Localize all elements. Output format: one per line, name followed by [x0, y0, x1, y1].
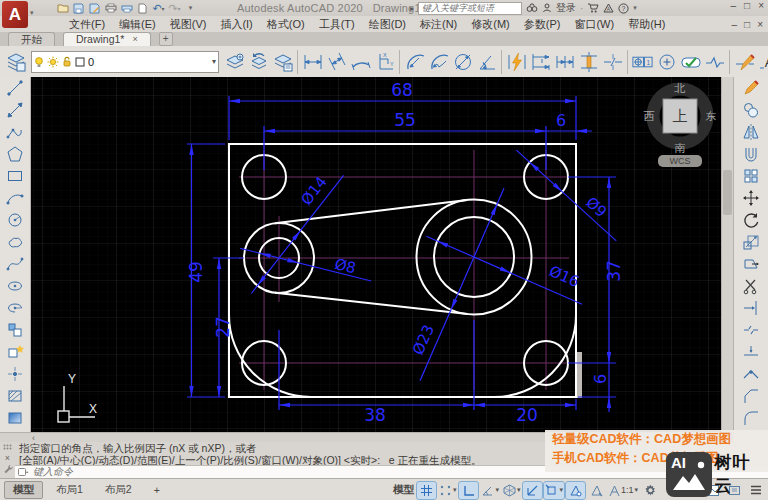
autodesk-apps-icon[interactable]: A	[603, 3, 614, 13]
dim-jogged-linear-button[interactable]	[703, 49, 726, 75]
command-wrench-icon[interactable]	[3, 464, 13, 474]
draw-hatch-button[interactable]	[3, 385, 27, 407]
menu-parametric[interactable]: 参数(P)	[517, 16, 568, 32]
menu-tools[interactable]: 工具(T)	[312, 16, 362, 32]
draw-point-button[interactable]	[3, 363, 27, 385]
viewcube-south-label[interactable]: 南	[674, 142, 685, 154]
draw-spline-button[interactable]	[3, 253, 27, 275]
model-space-toggle[interactable]: 模型	[392, 482, 415, 499]
doc-restore-button[interactable]: □	[744, 19, 750, 30]
menu-file[interactable]: 文件(F)	[62, 16, 112, 32]
menu-insert[interactable]: 插入(I)	[213, 16, 259, 32]
snap-toggle[interactable]: ▾	[438, 482, 458, 499]
command-grip-icon[interactable]	[3, 444, 12, 453]
modify-erase-button[interactable]	[739, 77, 763, 99]
menu-edit[interactable]: 编辑(E)	[112, 16, 163, 32]
modify-trim-button[interactable]	[739, 275, 763, 297]
command-close-icon[interactable]: ×	[5, 454, 10, 463]
menu-modify[interactable]: 修改(M)	[464, 16, 517, 32]
dim-linear-button[interactable]	[301, 49, 324, 75]
search-binoculars-icon[interactable]	[526, 3, 538, 13]
dim-ordinate-button[interactable]: XY	[373, 49, 396, 75]
modify-mirror-button[interactable]	[739, 121, 763, 143]
help-icon[interactable]: ?	[618, 3, 629, 14]
app-store-cart-icon[interactable]	[587, 3, 599, 13]
menu-draw[interactable]: 绘图(D)	[362, 16, 413, 32]
dim-radius-button[interactable]	[403, 49, 426, 75]
object-snap-toggle[interactable]: ▾	[544, 482, 564, 499]
command-prompt-icon[interactable]	[18, 468, 29, 476]
help-dropdown-icon[interactable]: ▾	[633, 4, 637, 12]
vertical-scrollbar[interactable]	[721, 77, 733, 432]
dim-space-button[interactable]	[577, 49, 600, 75]
draw-insert-block-button[interactable]	[3, 319, 27, 341]
dim-diameter-button[interactable]	[451, 49, 474, 75]
menu-view[interactable]: 视图(V)	[163, 16, 214, 32]
scale-dropdown-icon[interactable]: ▾	[634, 486, 638, 494]
minimize-button[interactable]: –	[731, 0, 737, 11]
new-tab-button[interactable]: +	[159, 32, 173, 46]
layout-tab-layout1[interactable]: 布局1	[47, 481, 92, 499]
make-object-layer-current-button[interactable]	[223, 49, 246, 75]
layer-states-button[interactable]	[271, 49, 294, 75]
modify-break-button[interactable]	[739, 319, 763, 341]
osnap-dropdown-icon[interactable]: ▾	[559, 486, 563, 494]
tab-drawing1[interactable]: Drawing1* ×	[63, 32, 151, 46]
drawing-canvas-svg[interactable]: 68 55 6 49 27 37 6 38 20 Ø14 Ø8 Ø23 Ø16 …	[31, 77, 723, 432]
draw-construction-line-button[interactable]	[3, 99, 27, 121]
dim-text-edit-button[interactable]: A	[757, 49, 768, 75]
workspace-switching-button[interactable]	[641, 482, 660, 499]
sign-in-link[interactable]: 登录	[556, 1, 576, 15]
print-preview-button[interactable]	[120, 2, 133, 14]
viewcube[interactable]: 上 北 南 西 东 WCS	[643, 82, 716, 167]
grid-toggle[interactable]	[417, 482, 436, 499]
menu-help[interactable]: 帮助(H)	[621, 16, 672, 32]
annotation-visibility-toggle[interactable]	[566, 482, 585, 499]
annotation-autoscale-toggle[interactable]	[587, 482, 606, 499]
modify-join-button[interactable]	[739, 363, 763, 385]
maximize-button[interactable]: □	[744, 0, 750, 11]
draw-gradient-button[interactable]	[3, 407, 27, 429]
draw-arc-button[interactable]	[3, 187, 27, 209]
menu-format[interactable]: 格式(O)	[260, 16, 312, 32]
autocad-logo-icon[interactable]: A	[2, 1, 28, 28]
dim-continue-button[interactable]	[553, 49, 576, 75]
modify-move-button[interactable]	[739, 187, 763, 209]
viewcube-north-label[interactable]: 北	[673, 82, 685, 94]
modify-chamfer-button[interactable]	[739, 385, 763, 407]
annotation-scale-button[interactable]: 1:1▾	[608, 482, 639, 499]
draw-polygon-button[interactable]	[3, 143, 27, 165]
modify-break-at-point-button[interactable]	[739, 341, 763, 363]
qat-customize-button[interactable]: ▾	[184, 2, 197, 14]
layout-tab-layout2[interactable]: 布局2	[96, 481, 141, 499]
drawing-area[interactable]: 68 55 6 49 27 37 6 38 20 Ø14 Ø8 Ø23 Ø16 …	[31, 77, 721, 432]
viewcube-top-label[interactable]: 上	[672, 107, 687, 124]
isodraft-toggle[interactable]: ▾	[502, 482, 522, 499]
doc-close-button[interactable]: ×	[757, 19, 763, 30]
polar-dropdown-icon[interactable]: ▾	[495, 486, 499, 494]
tab-start[interactable]: 开始	[8, 32, 55, 46]
undo-button[interactable]: ↶▾	[152, 2, 165, 14]
search-input[interactable]	[418, 2, 522, 15]
user-icon[interactable]	[542, 3, 552, 13]
dim-inspect-button[interactable]	[679, 49, 702, 75]
snap-dropdown-icon[interactable]: ▾	[453, 486, 457, 494]
layer-properties-button[interactable]	[4, 49, 27, 75]
draw-revision-cloud-button[interactable]	[3, 231, 27, 253]
polar-tracking-toggle[interactable]: ▾	[480, 482, 500, 499]
dim-tolerance-button[interactable]: 1	[631, 49, 654, 75]
draw-circle-button[interactable]	[3, 209, 27, 231]
save-button[interactable]	[72, 2, 85, 14]
layer-dropdown-arrow-icon[interactable]: ▾	[212, 57, 216, 66]
save-as-button[interactable]	[88, 2, 101, 14]
layer-previous-button[interactable]	[247, 49, 270, 75]
draw-ellipse-arc-button[interactable]	[3, 297, 27, 319]
layout-tab-model[interactable]: 模型	[4, 481, 43, 499]
draw-ellipse-button[interactable]	[3, 275, 27, 297]
modify-array-button[interactable]	[739, 165, 763, 187]
dim-jogged-button[interactable]	[427, 49, 450, 75]
isodraft-dropdown-icon[interactable]: ▾	[517, 486, 521, 494]
ortho-toggle[interactable]	[459, 482, 478, 499]
redo-button[interactable]: ↷▾	[168, 2, 181, 14]
object-snap-tracking-toggle[interactable]	[523, 482, 542, 499]
